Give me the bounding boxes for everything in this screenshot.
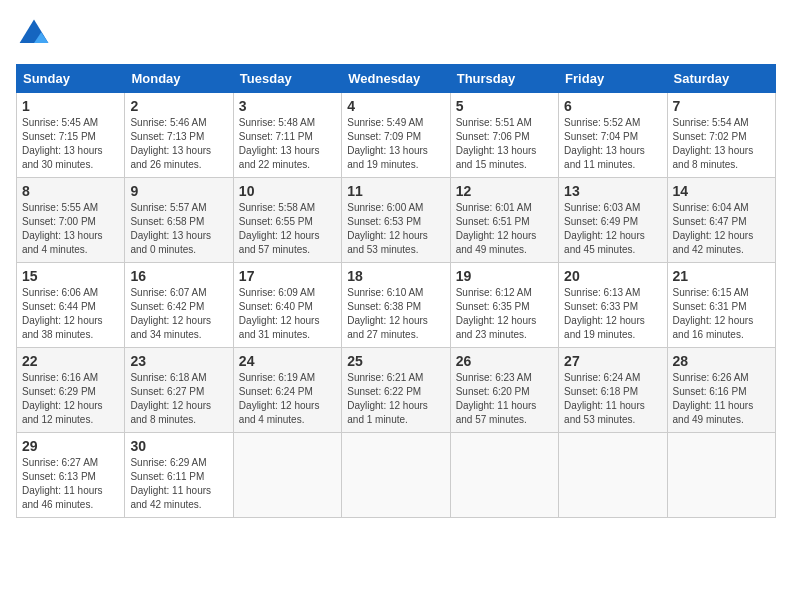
- calendar-cell: 1Sunrise: 5:45 AMSunset: 7:15 PMDaylight…: [17, 93, 125, 178]
- day-detail: Sunrise: 6:04 AMSunset: 6:47 PMDaylight:…: [673, 201, 770, 257]
- day-number: 24: [239, 353, 336, 369]
- day-detail: Sunrise: 5:49 AMSunset: 7:09 PMDaylight:…: [347, 116, 444, 172]
- calendar-cell: 4Sunrise: 5:49 AMSunset: 7:09 PMDaylight…: [342, 93, 450, 178]
- calendar-cell: 23Sunrise: 6:18 AMSunset: 6:27 PMDayligh…: [125, 348, 233, 433]
- day-detail: Sunrise: 5:51 AMSunset: 7:06 PMDaylight:…: [456, 116, 553, 172]
- day-detail: Sunrise: 6:27 AMSunset: 6:13 PMDaylight:…: [22, 456, 119, 512]
- calendar-cell: 15Sunrise: 6:06 AMSunset: 6:44 PMDayligh…: [17, 263, 125, 348]
- day-number: 2: [130, 98, 227, 114]
- day-detail: Sunrise: 6:03 AMSunset: 6:49 PMDaylight:…: [564, 201, 661, 257]
- calendar-cell: [450, 433, 558, 518]
- day-number: 20: [564, 268, 661, 284]
- day-number: 4: [347, 98, 444, 114]
- day-number: 13: [564, 183, 661, 199]
- header-friday: Friday: [559, 65, 667, 93]
- day-number: 19: [456, 268, 553, 284]
- day-number: 11: [347, 183, 444, 199]
- day-detail: Sunrise: 6:13 AMSunset: 6:33 PMDaylight:…: [564, 286, 661, 342]
- day-number: 28: [673, 353, 770, 369]
- day-number: 18: [347, 268, 444, 284]
- calendar-cell: 10Sunrise: 5:58 AMSunset: 6:55 PMDayligh…: [233, 178, 341, 263]
- day-detail: Sunrise: 6:24 AMSunset: 6:18 PMDaylight:…: [564, 371, 661, 427]
- calendar-cell: 11Sunrise: 6:00 AMSunset: 6:53 PMDayligh…: [342, 178, 450, 263]
- calendar-cell: 14Sunrise: 6:04 AMSunset: 6:47 PMDayligh…: [667, 178, 775, 263]
- header-saturday: Saturday: [667, 65, 775, 93]
- calendar-cell: 30Sunrise: 6:29 AMSunset: 6:11 PMDayligh…: [125, 433, 233, 518]
- day-detail: Sunrise: 6:06 AMSunset: 6:44 PMDaylight:…: [22, 286, 119, 342]
- header-tuesday: Tuesday: [233, 65, 341, 93]
- calendar-cell: 21Sunrise: 6:15 AMSunset: 6:31 PMDayligh…: [667, 263, 775, 348]
- calendar-cell: 28Sunrise: 6:26 AMSunset: 6:16 PMDayligh…: [667, 348, 775, 433]
- day-number: 23: [130, 353, 227, 369]
- day-detail: Sunrise: 5:57 AMSunset: 6:58 PMDaylight:…: [130, 201, 227, 257]
- day-detail: Sunrise: 5:48 AMSunset: 7:11 PMDaylight:…: [239, 116, 336, 172]
- day-detail: Sunrise: 6:26 AMSunset: 6:16 PMDaylight:…: [673, 371, 770, 427]
- header-monday: Monday: [125, 65, 233, 93]
- calendar-cell: 6Sunrise: 5:52 AMSunset: 7:04 PMDaylight…: [559, 93, 667, 178]
- day-number: 25: [347, 353, 444, 369]
- day-detail: Sunrise: 5:45 AMSunset: 7:15 PMDaylight:…: [22, 116, 119, 172]
- day-number: 29: [22, 438, 119, 454]
- calendar-week-3: 22Sunrise: 6:16 AMSunset: 6:29 PMDayligh…: [17, 348, 776, 433]
- day-detail: Sunrise: 6:18 AMSunset: 6:27 PMDaylight:…: [130, 371, 227, 427]
- day-detail: Sunrise: 6:19 AMSunset: 6:24 PMDaylight:…: [239, 371, 336, 427]
- calendar-cell: 19Sunrise: 6:12 AMSunset: 6:35 PMDayligh…: [450, 263, 558, 348]
- day-detail: Sunrise: 6:21 AMSunset: 6:22 PMDaylight:…: [347, 371, 444, 427]
- day-number: 15: [22, 268, 119, 284]
- day-number: 22: [22, 353, 119, 369]
- day-detail: Sunrise: 6:10 AMSunset: 6:38 PMDaylight:…: [347, 286, 444, 342]
- calendar-cell: 5Sunrise: 5:51 AMSunset: 7:06 PMDaylight…: [450, 93, 558, 178]
- day-number: 6: [564, 98, 661, 114]
- calendar-cell: 27Sunrise: 6:24 AMSunset: 6:18 PMDayligh…: [559, 348, 667, 433]
- day-detail: Sunrise: 6:01 AMSunset: 6:51 PMDaylight:…: [456, 201, 553, 257]
- day-detail: Sunrise: 5:55 AMSunset: 7:00 PMDaylight:…: [22, 201, 119, 257]
- day-number: 26: [456, 353, 553, 369]
- day-detail: Sunrise: 5:58 AMSunset: 6:55 PMDaylight:…: [239, 201, 336, 257]
- day-detail: Sunrise: 6:07 AMSunset: 6:42 PMDaylight:…: [130, 286, 227, 342]
- day-detail: Sunrise: 5:46 AMSunset: 7:13 PMDaylight:…: [130, 116, 227, 172]
- day-number: 8: [22, 183, 119, 199]
- calendar-cell: 29Sunrise: 6:27 AMSunset: 6:13 PMDayligh…: [17, 433, 125, 518]
- day-number: 9: [130, 183, 227, 199]
- header-sunday: Sunday: [17, 65, 125, 93]
- day-detail: Sunrise: 6:09 AMSunset: 6:40 PMDaylight:…: [239, 286, 336, 342]
- calendar-week-4: 29Sunrise: 6:27 AMSunset: 6:13 PMDayligh…: [17, 433, 776, 518]
- logo-icon: [16, 16, 52, 52]
- day-number: 1: [22, 98, 119, 114]
- calendar-week-1: 8Sunrise: 5:55 AMSunset: 7:00 PMDaylight…: [17, 178, 776, 263]
- calendar-cell: 9Sunrise: 5:57 AMSunset: 6:58 PMDaylight…: [125, 178, 233, 263]
- day-number: 12: [456, 183, 553, 199]
- calendar-cell: 16Sunrise: 6:07 AMSunset: 6:42 PMDayligh…: [125, 263, 233, 348]
- day-detail: Sunrise: 6:00 AMSunset: 6:53 PMDaylight:…: [347, 201, 444, 257]
- day-detail: Sunrise: 6:23 AMSunset: 6:20 PMDaylight:…: [456, 371, 553, 427]
- day-detail: Sunrise: 5:52 AMSunset: 7:04 PMDaylight:…: [564, 116, 661, 172]
- calendar-cell: 20Sunrise: 6:13 AMSunset: 6:33 PMDayligh…: [559, 263, 667, 348]
- calendar-cell: 2Sunrise: 5:46 AMSunset: 7:13 PMDaylight…: [125, 93, 233, 178]
- calendar-cell: [233, 433, 341, 518]
- page-header: [16, 16, 776, 52]
- calendar-cell: 24Sunrise: 6:19 AMSunset: 6:24 PMDayligh…: [233, 348, 341, 433]
- calendar-cell: 7Sunrise: 5:54 AMSunset: 7:02 PMDaylight…: [667, 93, 775, 178]
- calendar-cell: 13Sunrise: 6:03 AMSunset: 6:49 PMDayligh…: [559, 178, 667, 263]
- calendar-week-0: 1Sunrise: 5:45 AMSunset: 7:15 PMDaylight…: [17, 93, 776, 178]
- day-number: 30: [130, 438, 227, 454]
- calendar-table: SundayMondayTuesdayWednesdayThursdayFrid…: [16, 64, 776, 518]
- day-detail: Sunrise: 6:12 AMSunset: 6:35 PMDaylight:…: [456, 286, 553, 342]
- calendar-cell: 12Sunrise: 6:01 AMSunset: 6:51 PMDayligh…: [450, 178, 558, 263]
- calendar-week-2: 15Sunrise: 6:06 AMSunset: 6:44 PMDayligh…: [17, 263, 776, 348]
- day-number: 10: [239, 183, 336, 199]
- day-number: 7: [673, 98, 770, 114]
- calendar-cell: 3Sunrise: 5:48 AMSunset: 7:11 PMDaylight…: [233, 93, 341, 178]
- logo: [16, 16, 56, 52]
- day-number: 5: [456, 98, 553, 114]
- day-number: 21: [673, 268, 770, 284]
- calendar-cell: 18Sunrise: 6:10 AMSunset: 6:38 PMDayligh…: [342, 263, 450, 348]
- calendar-cell: 26Sunrise: 6:23 AMSunset: 6:20 PMDayligh…: [450, 348, 558, 433]
- day-number: 14: [673, 183, 770, 199]
- day-number: 27: [564, 353, 661, 369]
- day-number: 17: [239, 268, 336, 284]
- header-wednesday: Wednesday: [342, 65, 450, 93]
- calendar-cell: 25Sunrise: 6:21 AMSunset: 6:22 PMDayligh…: [342, 348, 450, 433]
- day-number: 16: [130, 268, 227, 284]
- calendar-cell: 17Sunrise: 6:09 AMSunset: 6:40 PMDayligh…: [233, 263, 341, 348]
